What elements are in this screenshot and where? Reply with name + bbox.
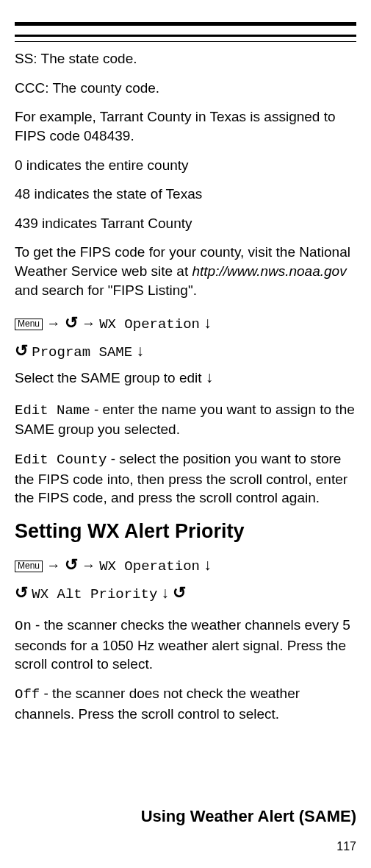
- nav-alt-priority: WX Alt Priority: [32, 586, 157, 602]
- arrow-right-icon: →: [46, 558, 60, 573]
- scroll-icon: ↺: [15, 580, 28, 605]
- arrow-down-icon: ↓: [136, 342, 144, 359]
- off-desc: - the scanner does not check the weather…: [15, 686, 300, 722]
- nws-url: http://www.nws.noaa.gov: [192, 263, 346, 279]
- para-zero: 0 indicates the entire county: [15, 156, 356, 175]
- arrow-right-icon: →: [82, 558, 96, 573]
- fips-text-b: and search for "FIPS Listing".: [15, 282, 197, 298]
- para-example: For example, Tarrant County in Texas is …: [15, 107, 356, 145]
- arrow-down-icon: ↓: [203, 314, 212, 331]
- on-desc: - the scanner checks the weather channel…: [15, 617, 350, 672]
- para-48: 48 indicates the state of Texas: [15, 185, 356, 204]
- nav-sequence-1: Menu → ↺ → WX Operation ↓ ↺ Program SAME…: [15, 310, 356, 389]
- top-rule-mid: [15, 35, 356, 37]
- scroll-icon: ↺: [15, 338, 28, 363]
- arrow-right-icon: →: [46, 316, 60, 331]
- scroll-icon: ↺: [65, 552, 78, 577]
- menu-button-icon: Menu: [15, 561, 43, 572]
- para-edit-name: Edit Name - enter the name you want to a…: [15, 400, 356, 439]
- arrow-down-icon: ↓: [162, 584, 170, 601]
- top-rule-thin: [15, 41, 356, 42]
- nav-wx-operation-2: WX Operation: [99, 558, 200, 574]
- nav-wx-operation: WX Operation: [99, 316, 200, 332]
- arrow-down-icon: ↓: [203, 556, 212, 573]
- edit-county-label: Edit County: [15, 452, 107, 468]
- arrow-down-icon: ↓: [206, 369, 214, 385]
- section-heading: Setting WX Alert Priority: [15, 518, 356, 544]
- para-on: On - the scanner checks the weather chan…: [15, 616, 356, 674]
- nav-sequence-2: Menu → ↺ → WX Operation ↓ ↺ WX Alt Prior…: [15, 552, 356, 605]
- nav-select-group: Select the SAME group to edit: [15, 370, 202, 385]
- menu-button-icon: Menu: [15, 319, 43, 330]
- para-off: Off - the scanner does not check the wea…: [15, 684, 356, 723]
- off-label: Off: [15, 686, 40, 702]
- top-rule-thick: [15, 22, 356, 26]
- arrow-right-icon: →: [82, 316, 96, 331]
- footer-title: Using Weather Alert (SAME): [141, 805, 356, 828]
- para-ccc: CCC: The county code.: [15, 79, 356, 98]
- on-label: On: [15, 618, 32, 634]
- para-fips-lookup: To get the FIPS code for your county, vi…: [15, 243, 356, 299]
- page-number: 117: [336, 839, 356, 855]
- nav-program-same: Program SAME: [32, 344, 132, 360]
- edit-name-label: Edit Name: [15, 402, 90, 419]
- scroll-icon: ↺: [65, 310, 78, 335]
- scroll-icon: ↺: [173, 580, 186, 605]
- para-ss: SS: The state code.: [15, 49, 356, 68]
- para-439: 439 indicates Tarrant County: [15, 214, 356, 233]
- para-edit-county: Edit County - select the position you wa…: [15, 449, 356, 508]
